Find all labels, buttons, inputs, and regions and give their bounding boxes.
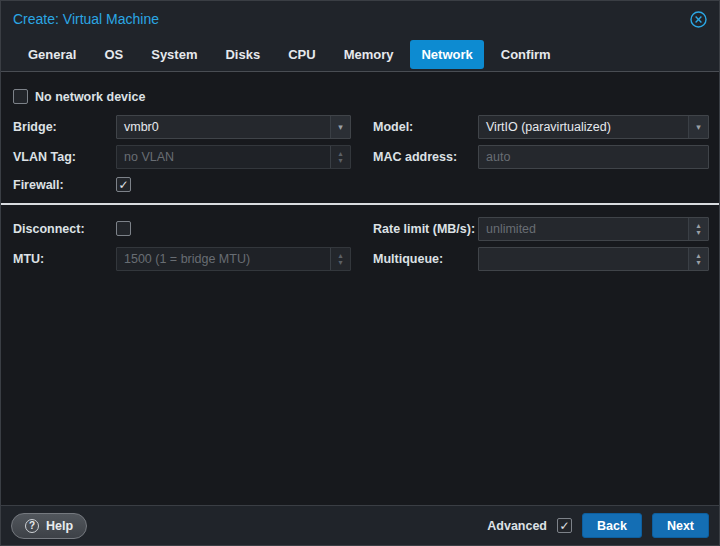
help-button[interactable]: ? Help <box>11 513 87 539</box>
mac-address-input[interactable]: auto <box>478 145 709 169</box>
network-tab-panel: No network device Bridge: vmbr0 ▾ Model:… <box>1 73 719 505</box>
bridge-select[interactable]: vmbr0 ▾ <box>116 115 351 139</box>
tab-cpu[interactable]: CPU <box>277 40 326 69</box>
model-value: VirtIO (paravirtualized) <box>479 116 688 138</box>
mtu-input: 1500 (1 = bridge MTU) ▴▾ <box>116 247 351 271</box>
bridge-label: Bridge: <box>13 115 57 139</box>
model-select[interactable]: VirtIO (paravirtualized) ▾ <box>478 115 709 139</box>
tab-confirm[interactable]: Confirm <box>490 40 562 69</box>
back-button[interactable]: Back <box>582 513 642 538</box>
up-down-arrows-icon: ▴▾ <box>330 146 350 168</box>
firewall-label: Firewall: <box>13 173 64 197</box>
rate-limit-placeholder: unlimited <box>479 218 688 240</box>
chevron-down-icon[interactable]: ▾ <box>688 116 708 138</box>
up-down-arrows-icon[interactable]: ▴▾ <box>688 248 708 270</box>
vlan-tag-label: VLAN Tag: <box>13 145 76 169</box>
tab-system[interactable]: System <box>140 40 208 69</box>
firewall-checkbox[interactable] <box>116 177 131 192</box>
vlan-tag-placeholder: no VLAN <box>117 146 330 168</box>
up-down-arrows-icon: ▴▾ <box>330 248 350 270</box>
close-icon[interactable] <box>690 11 707 28</box>
multiqueue-value <box>479 248 688 270</box>
tab-os[interactable]: OS <box>93 40 134 69</box>
dialog-footer: ? Help Advanced Back Next <box>1 505 719 545</box>
tab-disks[interactable]: Disks <box>214 40 271 69</box>
next-button-label: Next <box>667 519 694 533</box>
mac-address-label: MAC address: <box>373 145 457 169</box>
up-down-arrows-icon[interactable]: ▴▾ <box>688 218 708 240</box>
advanced-checkbox[interactable] <box>557 518 572 533</box>
help-button-label: Help <box>46 519 73 533</box>
no-network-device-label: No network device <box>35 89 145 105</box>
model-label: Model: <box>373 115 413 139</box>
vlan-tag-input: no VLAN ▴▾ <box>116 145 351 169</box>
advanced-section-divider <box>1 203 719 205</box>
tab-memory[interactable]: Memory <box>333 40 405 69</box>
advanced-label: Advanced <box>487 519 547 533</box>
disconnect-label: Disconnect: <box>13 217 85 241</box>
back-button-label: Back <box>597 519 627 533</box>
mtu-placeholder: 1500 (1 = bridge MTU) <box>117 248 330 270</box>
mtu-label: MTU: <box>13 247 44 271</box>
mac-address-placeholder: auto <box>479 146 708 168</box>
next-button[interactable]: Next <box>652 513 709 538</box>
tab-network[interactable]: Network <box>410 40 483 69</box>
tab-bar: General OS System Disks CPU Memory Netwo… <box>1 37 719 72</box>
chevron-down-icon[interactable]: ▾ <box>330 116 350 138</box>
multiqueue-label: Multiqueue: <box>373 247 443 271</box>
tab-general[interactable]: General <box>17 40 87 69</box>
disconnect-checkbox[interactable] <box>116 221 131 236</box>
no-network-device-checkbox[interactable] <box>13 89 28 104</box>
dialog-titlebar: Create: Virtual Machine <box>1 1 719 37</box>
help-icon: ? <box>25 519 39 533</box>
dialog-title: Create: Virtual Machine <box>13 11 159 27</box>
multiqueue-input[interactable]: ▴▾ <box>478 247 709 271</box>
create-vm-dialog: Create: Virtual Machine General OS Syste… <box>0 0 720 546</box>
rate-limit-input[interactable]: unlimited ▴▾ <box>478 217 709 241</box>
rate-limit-label: Rate limit (MB/s): <box>373 217 475 241</box>
bridge-value: vmbr0 <box>117 116 330 138</box>
